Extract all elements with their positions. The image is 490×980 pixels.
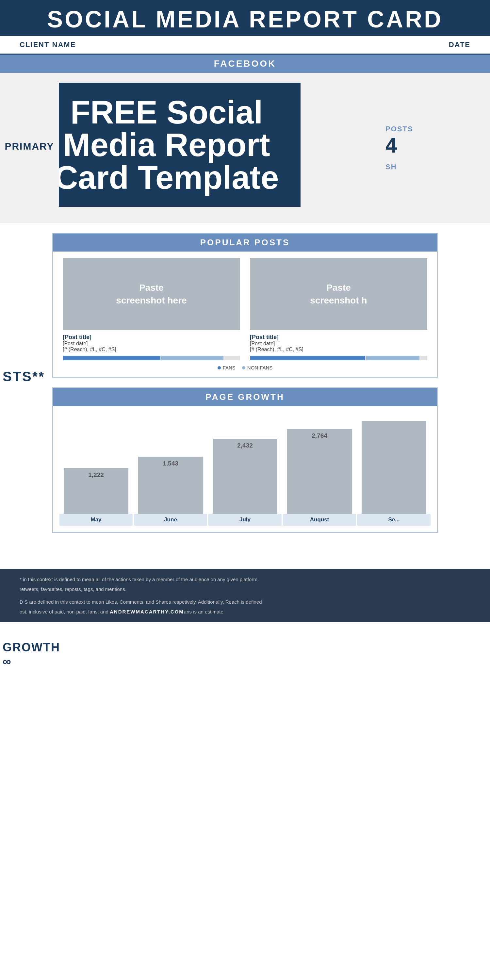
posts-count-label: POSTS (385, 125, 477, 133)
bar-may: 1,222 (64, 468, 128, 514)
bar-value-june: 1,543 (163, 460, 178, 467)
post-bar-nonfans-1 (161, 356, 223, 360)
shares-label: SH (385, 163, 477, 171)
post-bar-2 (250, 356, 427, 360)
growth-chart-container: 1,222 1,543 2,432 (53, 406, 437, 532)
bar-june: 1,543 (138, 457, 202, 514)
bar-sep (362, 421, 426, 514)
month-label-june: June (134, 514, 207, 526)
report-title: SOCIAL MEDIA REPORT CARD (0, 6, 490, 33)
post-title-1: [Post title] (63, 334, 240, 341)
bar-group-august: 2,764 (283, 416, 356, 514)
post-image-1: Pastescreenshot here (63, 258, 240, 330)
post-stats-2: [# (Reach), #L, #C, #S] (250, 347, 427, 353)
promo-title: FREE SocialMedia ReportCard Template (52, 96, 281, 194)
bar-value-july: 2,432 (237, 442, 253, 449)
post-title-2: [Post title] (250, 334, 427, 341)
growth-label: GROWTH ∞ (0, 640, 51, 668)
page-growth-header: PAGE GROWTH (53, 388, 437, 406)
post-bar-fans-2 (250, 356, 365, 360)
post-image-text-2: Pastescreenshot h (310, 281, 367, 307)
legend-dot-fans (218, 366, 221, 369)
bar-group-sep (357, 416, 431, 514)
bar-group-june: 1,543 (134, 416, 207, 514)
bars-row: 1,222 1,543 2,432 (59, 416, 431, 514)
month-labels-row: May June July August Se... (59, 514, 431, 526)
page-growth-title: PAGE GROWTH (205, 392, 284, 402)
post-date-1: [Post date] (63, 341, 240, 347)
report-header: SOCIAL MEDIA REPORT CARD (0, 0, 490, 36)
popular-posts-content: Pastescreenshot here [Post title] [Post … (53, 251, 437, 377)
posts-grid: Pastescreenshot here [Post title] [Post … (63, 258, 427, 362)
legend-nonfans: NON-FANS (242, 365, 273, 371)
footnote-link: ANDREWMACARTHY.COM (110, 609, 184, 614)
posts-count-value: 4 (385, 133, 477, 158)
post-card-1: Pastescreenshot here [Post title] [Post … (63, 258, 240, 362)
meta-row: CLIENT NAME DATE (0, 36, 490, 54)
footnotes-section: * in this context is defined to mean all… (0, 569, 490, 622)
growth-side-label: GROWTH ∞ (0, 640, 51, 668)
primary-label: PRIMARY (5, 141, 54, 152)
promo-right: POSTS 4 SH (372, 73, 490, 223)
footnote-4-suffix: ans is an estimate. (184, 609, 225, 614)
popular-posts-section: POPULAR POSTS Pastescreenshot here [Post… (52, 233, 438, 378)
bar-july: 2,432 (213, 439, 277, 514)
footnote-1: * in this context is defined to mean all… (20, 575, 470, 584)
post-card-2: Pastescreenshot h [Post title] [Post dat… (250, 258, 427, 362)
post-image-2: Pastescreenshot h (250, 258, 427, 330)
legend-fans-label: FANS (223, 365, 235, 371)
bar-value-august: 2,764 (312, 432, 327, 439)
bar-august: 2,764 (287, 429, 352, 514)
date-label: DATE (449, 40, 470, 49)
posts-label: STS** (0, 369, 51, 384)
post-date-2: [Post date] (250, 341, 427, 347)
post-bar-fans-1 (63, 356, 161, 360)
bar-value-may: 1,222 (88, 471, 104, 479)
month-label-august: August (283, 514, 356, 526)
footnote-2: retweets, favourites, reposts, tags, and… (20, 585, 470, 593)
popular-posts-title: POPULAR POSTS (200, 237, 290, 247)
footnote-4-prefix: ost, inclusive of paid, non-paid, fans, … (20, 609, 110, 614)
spacer (0, 542, 490, 562)
legend-dot-nonfans (242, 366, 245, 369)
legend-nonfans-label: NON-FANS (247, 365, 273, 371)
legend-fans: FANS (218, 365, 235, 371)
promo-area: PRIMARY FREE SocialMedia ReportCard Temp… (0, 73, 490, 223)
client-name-label: CLIENT NAME (20, 40, 76, 49)
bar-group-july: 2,432 (208, 416, 282, 514)
post-bar-1 (63, 356, 240, 360)
month-label-may: May (59, 514, 133, 526)
post-bar-nonfans-2 (366, 356, 420, 360)
post-stats-1: [# (Reach), #L, #C, #S] (63, 347, 240, 353)
month-label-sep: Se... (357, 514, 431, 526)
facebook-banner-text: FACEBOOK (214, 59, 276, 68)
posts-side-label: STS** (0, 369, 51, 384)
page-growth-section: PAGE GROWTH 1,222 1,543 (52, 387, 438, 533)
popular-posts-header: POPULAR POSTS (53, 234, 437, 251)
primary-side: PRIMARY (0, 73, 59, 223)
footnote-3: D S are defined in this context to mean … (20, 598, 470, 606)
bar-legend: FANS NON-FANS (63, 365, 427, 371)
post-image-text-1: Pastescreenshot here (116, 281, 186, 307)
footnote-4: ost, inclusive of paid, non-paid, fans, … (20, 608, 470, 616)
facebook-banner: FACEBOOK (0, 54, 490, 73)
month-label-july: July (208, 514, 282, 526)
bar-group-may: 1,222 (59, 416, 133, 514)
promo-box: FREE SocialMedia ReportCard Template (33, 83, 301, 207)
